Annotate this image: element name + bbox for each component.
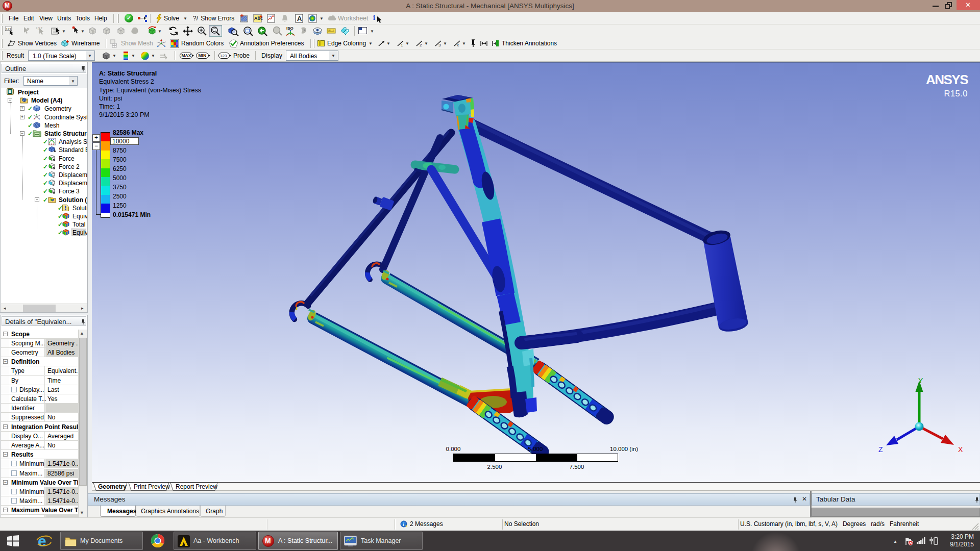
svg-text:123: 123	[6, 28, 12, 31]
svg-text:X: X	[958, 445, 963, 454]
svg-text:1: 1	[401, 43, 403, 47]
svg-text:ISO: ISO	[286, 26, 293, 31]
svg-text:MIN: MIN	[199, 53, 207, 58]
svg-text:123: 123	[220, 54, 227, 58]
svg-text:x,y,z: x,y,z	[36, 26, 42, 30]
svg-text:3: 3	[438, 43, 441, 47]
svg-text:Print Preview: Print Preview	[134, 483, 170, 490]
svg-text:MAX: MAX	[182, 53, 191, 58]
svg-text:x: x	[457, 43, 459, 47]
svg-text:Z: Z	[878, 445, 883, 454]
svg-text:e: e	[38, 533, 46, 549]
svg-text:A: A	[297, 15, 302, 22]
svg-text:Report Preview: Report Preview	[176, 483, 217, 490]
svg-text:Y: Y	[918, 377, 923, 385]
svg-text:Geometry: Geometry	[98, 483, 127, 490]
svg-text:2: 2	[420, 43, 422, 47]
